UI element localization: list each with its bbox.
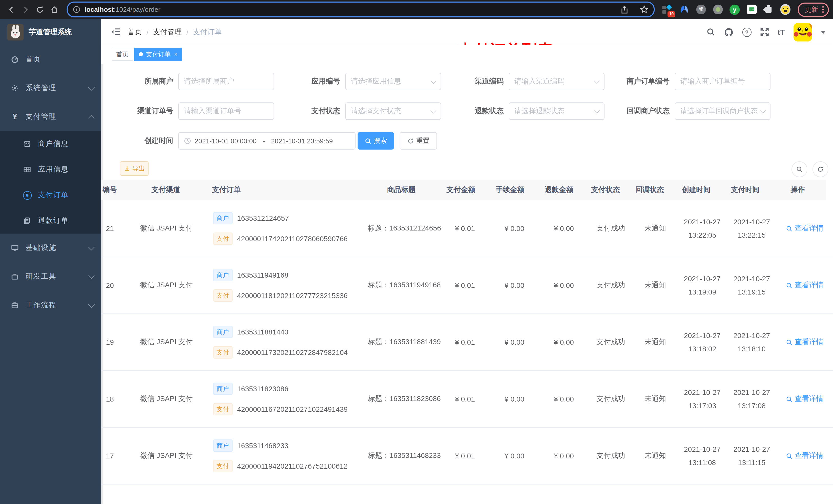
help-question-icon[interactable]: ? — [742, 27, 752, 37]
extension-y-icon[interactable]: y — [730, 4, 740, 15]
sidebar-item-merchant-info[interactable]: 商户信息 — [0, 131, 101, 157]
extension-sketch-icon[interactable] — [679, 4, 689, 15]
toggle-search-button[interactable] — [791, 161, 807, 177]
view-detail-link[interactable]: 查看详情 — [786, 394, 824, 404]
url-bar[interactable]: localhost:1024/pay/order — [67, 2, 655, 18]
cell-created: 2021-10-2713:22:05 — [677, 200, 727, 257]
view-detail-link[interactable]: 查看详情 — [786, 451, 824, 460]
cell-fee: ¥ 0.00 — [490, 371, 539, 427]
merchant-order-no-input[interactable]: 请输入商户订单编号 — [675, 73, 770, 90]
cell-id: 19 — [101, 314, 126, 370]
user-avatar[interactable] — [793, 23, 812, 41]
chevron-down-icon — [594, 78, 600, 84]
browser-back-icon[interactable] — [4, 2, 19, 17]
sidebar-item-workflow[interactable]: 工作流程 — [0, 291, 101, 320]
workflow-icon — [10, 301, 20, 310]
cell-refund: ¥ 0.00 — [539, 428, 589, 484]
cell-created: 2021-10-2713:17:03 — [677, 371, 727, 427]
browser-chrome: localhost:1024/pay/order 10 ⌘ — [0, 0, 833, 19]
col-actions: 操作 — [770, 180, 826, 200]
extensions-puzzle-icon[interactable] — [763, 4, 774, 15]
sidebar-item-system[interactable]: 系统管理 — [0, 74, 101, 102]
fullscreen-icon[interactable] — [760, 28, 769, 37]
toolbox-icon — [10, 272, 20, 281]
view-detail-link[interactable]: 查看详情 — [786, 224, 824, 233]
date-end-value: 2021-10-31 23:59:59 — [271, 137, 333, 145]
search-button[interactable]: 搜索 — [358, 132, 394, 149]
export-button[interactable]: 导出 — [120, 161, 148, 176]
extension-diamond-icon[interactable]: 10 — [662, 4, 672, 15]
breadcrumb-current: 支付订单 — [193, 28, 222, 37]
browser-reload-icon[interactable] — [33, 2, 47, 17]
share-icon[interactable] — [620, 5, 628, 14]
browser-menu-kebab-icon[interactable] — [822, 6, 824, 13]
breadcrumb-home[interactable]: 首页 — [127, 28, 142, 37]
sidebar-fold-icon[interactable] — [111, 28, 120, 36]
extension-green-dot-icon[interactable] — [713, 4, 723, 15]
sidebar-logo[interactable]: 芋道管理系统 — [0, 19, 101, 45]
tab-pay-order[interactable]: 支付订单 × — [134, 48, 182, 61]
avatar-caret-icon[interactable] — [821, 30, 826, 33]
cell-notify-status: 未通知 — [633, 200, 677, 257]
profile-emoji-avatar[interactable] — [780, 4, 790, 15]
refresh-button[interactable] — [812, 161, 828, 177]
date-range-input[interactable]: 2021-10-01 00:00:00 - 2021-10-31 23:59:5… — [178, 132, 356, 149]
sidebar-item-dev-tools[interactable]: 研发工具 — [0, 262, 101, 291]
cell-pay-status: 支付成功 — [589, 257, 633, 313]
pay-tag: 支付 — [213, 346, 233, 359]
sidebar-item-payment[interactable]: ¥ 支付管理 — [0, 102, 101, 131]
table-row: 商户1635311251726 — [101, 484, 833, 504]
merchant-select[interactable]: 请选择所属商户 — [178, 73, 274, 90]
table-row: 20 微信 JSAPI 支付 商户1635311949168 支付4200001… — [101, 257, 833, 314]
cell-channel: 微信 JSAPI 支付 — [126, 371, 207, 427]
pay-tag: 支付 — [213, 460, 233, 472]
cell-paid: 2021-10-2713:18:10 — [727, 314, 777, 370]
cell-title: 标题：1635311468233 — [368, 428, 440, 484]
cell-refund: ¥ 0.00 — [539, 371, 589, 427]
merchant-tag: 商户 — [213, 383, 233, 395]
extension-command-icon[interactable]: ⌘ — [696, 4, 706, 15]
breadcrumb-pay-mgmt[interactable]: 支付管理 — [153, 28, 182, 37]
view-detail-link[interactable]: 查看详情 — [786, 281, 824, 290]
cell-id: 18 — [101, 371, 126, 427]
monitor-icon — [10, 243, 20, 253]
refund-status-select[interactable]: 请选择退款状态 — [509, 102, 604, 120]
bookmark-star-icon[interactable] — [640, 5, 648, 14]
sidebar-item-infrastructure[interactable]: 基础设施 — [0, 234, 101, 262]
filter-merchant: 所属商户 请选择所属商户 — [122, 73, 274, 90]
font-size-icon[interactable]: tT — [778, 28, 785, 37]
browser-forward-icon[interactable] — [19, 2, 33, 17]
extension-chat-icon[interactable] — [746, 4, 757, 15]
pay-status-select[interactable]: 请选择支付状态 — [345, 102, 441, 120]
app-title: 芋道管理系统 — [29, 27, 72, 37]
channel-order-no-input[interactable]: 请输入渠道订单号 — [178, 102, 274, 120]
view-detail-link[interactable]: 查看详情 — [786, 338, 824, 347]
app-select[interactable]: 请选择应用信息 — [345, 73, 441, 90]
cell-id: 20 — [101, 257, 126, 313]
cell-created: 2021-10-2713:18:02 — [677, 314, 727, 370]
tab-home[interactable]: 首页 — [112, 48, 133, 61]
cell-amount: ¥ 0.01 — [440, 200, 490, 257]
breadcrumb: 首页 / 支付管理 / 支付订单 — [127, 28, 222, 37]
sidebar: 芋道管理系统 首页 系统管理 ¥ 支付管理 商户信息 — [0, 19, 101, 504]
browser-home-icon[interactable] — [47, 2, 62, 17]
site-info-icon[interactable] — [73, 6, 80, 13]
notify-status-select[interactable]: 请选择订单回调商户状态 — [675, 102, 770, 120]
cell-amount: ¥ 0.01 — [440, 428, 490, 484]
screen: localhost:1024/pay/order 10 ⌘ — [0, 0, 833, 504]
header-search-icon[interactable] — [707, 28, 715, 37]
reset-button[interactable]: 重置 — [400, 132, 437, 149]
github-icon[interactable] — [724, 27, 734, 37]
cell-id — [101, 484, 126, 504]
clock-icon — [184, 137, 191, 144]
sidebar-item-refund-order[interactable]: 退款订单 — [0, 208, 101, 234]
browser-update-button[interactable]: 更新 — [798, 2, 829, 17]
sidebar-item-home[interactable]: 首页 — [0, 45, 101, 74]
tab-close-icon[interactable]: × — [174, 51, 177, 57]
channel-code-select[interactable]: 请输入渠道编码 — [509, 73, 604, 90]
filter-pay-status: 支付状态 请选择支付状态 — [284, 102, 441, 120]
filter-merchant-order-no: 商户订单编号 请输入商户订单编号 — [608, 73, 770, 90]
cell-id: 21 — [101, 200, 126, 257]
sidebar-item-app-info[interactable]: 应用信息 — [0, 157, 101, 182]
sidebar-item-pay-order[interactable]: ¥ 支付订单 — [0, 182, 101, 208]
